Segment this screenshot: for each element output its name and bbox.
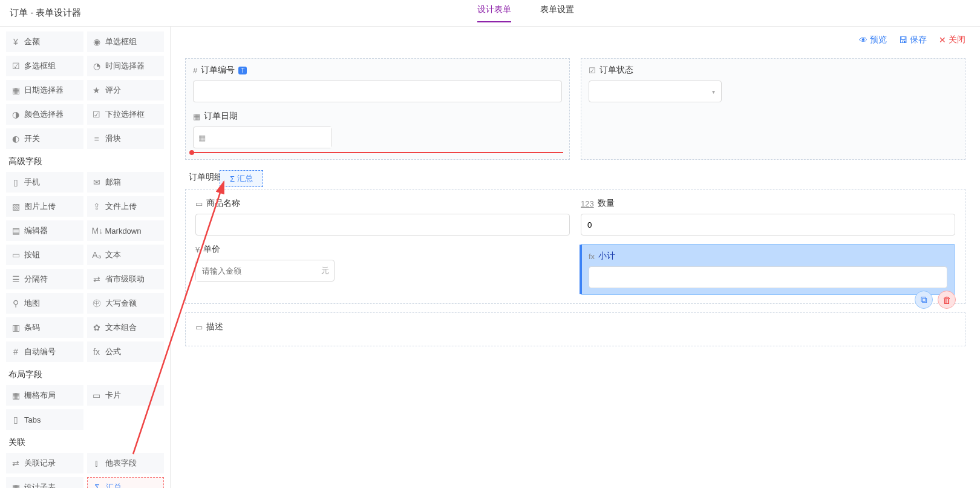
checkbox-icon: ☑ — [589, 66, 596, 75]
field-color-picker[interactable]: ◑颜色选择器 — [6, 104, 83, 125]
field-file-upload[interactable]: ⇪文件上传 — [87, 196, 165, 217]
field-map[interactable]: ⚲地图 — [6, 293, 83, 314]
grid-icon: ▦ — [11, 391, 21, 400]
field-text[interactable]: Aₐ文本 — [87, 245, 165, 265]
sigma-icon: Σ — [93, 483, 102, 488]
close-icon: ✕ — [939, 35, 946, 45]
field-subtotal-selected[interactable]: fx小计 ⧉ 🗑 — [581, 244, 955, 295]
link-icon: ⇄ — [92, 274, 102, 284]
card-icon: ▭ — [92, 391, 102, 400]
order-no-input[interactable] — [193, 81, 562, 102]
field-tabs[interactable]: ▯Tabs — [6, 409, 83, 430]
field-design-subtable[interactable]: ▦设计子表 — [6, 477, 83, 488]
tag-t: T — [238, 67, 247, 74]
product-name-input[interactable] — [195, 214, 570, 236]
selection-handle[interactable] — [580, 245, 582, 294]
phone-icon: ▯ — [11, 177, 21, 187]
drag-ghost-summary: Σ汇总 — [220, 170, 263, 187]
field-card[interactable]: ▭卡片 — [87, 385, 165, 406]
delete-button[interactable]: 🗑 — [938, 291, 956, 309]
fx-icon: fx — [92, 347, 102, 357]
calendar-icon: ▦ — [193, 112, 200, 121]
copy-icon: ⧉ — [921, 294, 927, 305]
field-amount[interactable]: ¥金额 — [6, 31, 83, 52]
field-image-upload[interactable]: ▧图片上传 — [6, 196, 83, 217]
preview-button[interactable]: 👁预览 — [859, 35, 887, 45]
table-icon: ▦ — [11, 483, 21, 488]
dropdown-icon: ☑ — [92, 110, 102, 119]
markdown-icon: M↓ — [92, 226, 102, 236]
zone-header-right[interactable]: ☑订单状态 ▾ — [581, 58, 965, 160]
sigma-icon: Σ — [230, 174, 235, 183]
canvas-area: 👁预览 🖫保存 ✕关闭 #订单编号T ▦订单日期 ▦ Σ汇总 — [171, 27, 980, 488]
field-time-picker[interactable]: ◔时间选择器 — [87, 56, 165, 76]
field-region[interactable]: ⇄省市级联动 — [87, 269, 165, 289]
field-date-picker[interactable]: ▦日期选择器 — [6, 80, 83, 101]
order-date-input[interactable]: ▦ — [193, 127, 332, 148]
tab-design-form[interactable]: 设计表单 — [477, 4, 511, 22]
qty-input[interactable] — [581, 214, 955, 236]
field-mobile[interactable]: ▯手机 — [6, 172, 83, 193]
combo-icon: ✿ — [92, 323, 102, 332]
group-relation-title: 关联 — [8, 437, 164, 448]
envelope-icon: ✉ — [92, 177, 102, 187]
radio-icon: ◉ — [92, 37, 102, 47]
field-select[interactable]: ☑下拉选择框 — [87, 104, 165, 125]
zone-description[interactable]: ▭描述 — [185, 312, 965, 346]
field-checkbox-group[interactable]: ☑多选框组 — [6, 56, 83, 76]
calendar-icon: ▦ — [194, 133, 211, 142]
field-order-date[interactable]: ▦订单日期 ▦ — [193, 111, 562, 148]
field-barcode[interactable]: ▥条码 — [6, 317, 83, 338]
field-auto-number[interactable]: #自动编号 — [6, 341, 83, 362]
trash-icon: 🗑 — [942, 295, 952, 305]
field-radio-group[interactable]: ◉单选框组 — [87, 31, 165, 52]
tab-form-settings[interactable]: 表单设置 — [540, 4, 574, 22]
star-icon: ★ — [92, 85, 102, 95]
field-unit-price[interactable]: ¥单价 元 — [195, 244, 570, 282]
field-switch[interactable]: ◐开关 — [6, 128, 83, 149]
field-slider[interactable]: ≡滑块 — [87, 128, 165, 149]
field-amount-cn[interactable]: ㊥大写金额 — [87, 293, 165, 314]
group-layout-title: 布局字段 — [8, 369, 164, 380]
field-divider[interactable]: ☰分隔符 — [6, 269, 83, 289]
field-qty[interactable]: 123数量 — [581, 198, 955, 236]
zone-header-left[interactable]: #订单编号T ▦订单日期 ▦ Σ汇总 — [185, 58, 570, 160]
field-editor[interactable]: ▤编辑器 — [6, 220, 83, 241]
text-icon: Aₐ — [92, 250, 102, 260]
barcode-icon: ▥ — [11, 323, 21, 332]
field-order-no[interactable]: #订单编号T — [193, 65, 562, 102]
header-tabs: 设计表单 表单设置 — [81, 4, 970, 22]
page-title: 订单 - 表单设计器 — [10, 7, 81, 19]
header: 订单 - 表单设计器 设计表单 表单设置 — [0, 0, 980, 27]
palette-icon: ◑ — [11, 110, 21, 119]
subtotal-input[interactable] — [589, 266, 947, 288]
image-icon: ▧ — [11, 202, 21, 211]
close-button[interactable]: ✕关闭 — [939, 35, 965, 45]
field-order-status[interactable]: ☑订单状态 ▾ — [589, 65, 958, 102]
zone-detail[interactable]: ▭商品名称 123数量 ¥单价 — [185, 189, 965, 304]
group-advanced-title: 高级字段 — [8, 156, 164, 167]
field-summary[interactable]: Σ汇总 — [87, 477, 165, 488]
unit-price-input[interactable]: 元 — [195, 260, 335, 282]
link-icon: ⇄ — [11, 458, 21, 468]
field-product-name[interactable]: ▭商品名称 — [195, 198, 570, 236]
field-button[interactable]: ▭按钮 — [6, 245, 83, 265]
copy-button[interactable]: ⧉ — [915, 291, 933, 309]
field-email[interactable]: ✉邮箱 — [87, 172, 165, 193]
tabs-icon: ▯ — [11, 415, 21, 424]
save-button[interactable]: 🖫保存 — [899, 35, 927, 45]
canvas-toolbar: 👁预览 🖫保存 ✕关闭 — [171, 27, 980, 53]
field-grid-layout[interactable]: ▦栅格布局 — [6, 385, 83, 406]
text-icon: ▭ — [195, 323, 203, 332]
field-formula[interactable]: fx公式 — [87, 341, 165, 362]
field-other-table-field[interactable]: ⫿他表字段 — [87, 453, 165, 473]
field-markdown[interactable]: M↓Markdown — [87, 220, 165, 241]
order-status-select[interactable]: ▾ — [589, 81, 722, 102]
field-relation-record[interactable]: ⇄关联记录 — [6, 453, 83, 473]
upload-icon: ⇪ — [92, 202, 102, 211]
number-icon: 123 — [581, 199, 594, 208]
field-text-combo[interactable]: ✿文本组合 — [87, 317, 165, 338]
toggle-icon: ◐ — [11, 134, 21, 143]
yen-icon: ¥ — [11, 37, 21, 47]
field-rating[interactable]: ★评分 — [87, 80, 165, 101]
